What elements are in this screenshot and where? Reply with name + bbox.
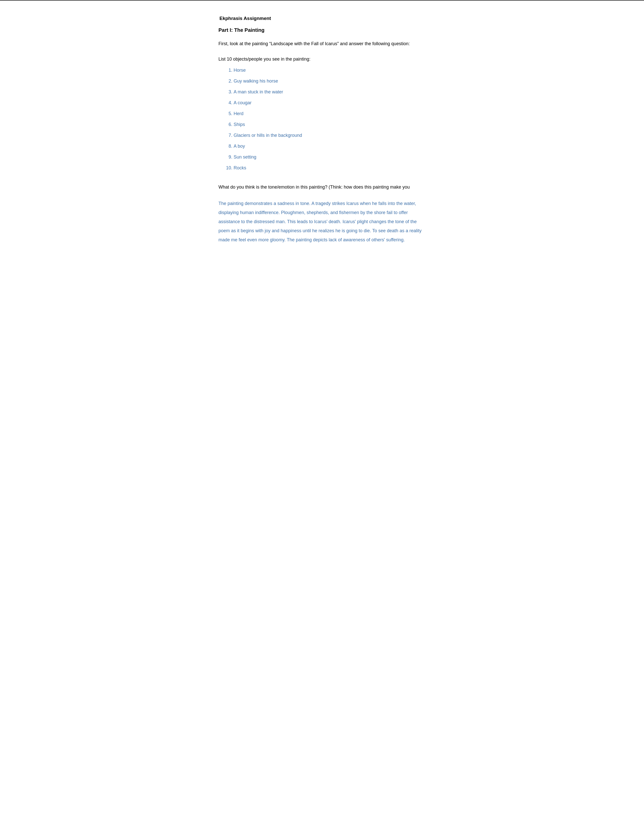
list-item-6: Ships <box>233 121 425 128</box>
page-container: Ekphrasis Assignment Part I: The Paintin… <box>208 11 436 259</box>
tone-answer: The painting demonstrates a sadness in t… <box>219 199 425 244</box>
list-item-10: Rocks <box>233 165 425 171</box>
intro-text: First, look at the painting “Landscape w… <box>219 40 425 47</box>
list-item-1: Horse <box>233 67 425 74</box>
list-item-8: A boy <box>233 143 425 150</box>
list-item-3: A man stuck in the water <box>233 88 425 95</box>
top-border <box>0 0 644 0</box>
list-item-9: Sun setting <box>233 154 425 161</box>
list-item-2: Guy walking his horse <box>233 78 425 85</box>
tone-question: What do you think is the tone/emotion in… <box>219 183 425 191</box>
list-item-4: A cougar <box>233 100 425 106</box>
items-list: HorseGuy walking his horseA man stuck in… <box>219 67 425 171</box>
list-prompt: List 10 objects/people you see in the pa… <box>219 56 425 62</box>
assignment-title: Ekphrasis Assignment <box>219 16 425 21</box>
list-item-7: Glaciers or hills in the background <box>233 132 425 139</box>
list-item-5: Herd <box>233 110 425 117</box>
part-title: Part I: The Painting <box>219 27 425 33</box>
